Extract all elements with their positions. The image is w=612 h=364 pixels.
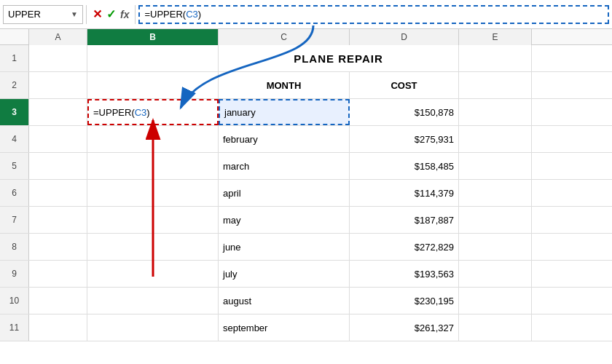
cell-b1[interactable] xyxy=(87,45,219,71)
cell-a3[interactable] xyxy=(29,99,87,125)
cell-a8[interactable] xyxy=(29,234,87,260)
cell-a6[interactable] xyxy=(29,180,87,206)
cell-e6[interactable] xyxy=(459,180,532,206)
cell-e5[interactable] xyxy=(459,153,532,179)
row-5: 5 march $158,485 xyxy=(0,153,612,180)
row-2: 2 MONTH COST xyxy=(0,72,612,99)
col-header-a[interactable]: A xyxy=(29,29,87,45)
row-num-4: 4 xyxy=(0,126,29,152)
formula-ref: C3 xyxy=(186,9,198,20)
formula-text: =UPPER( xyxy=(144,9,186,20)
cell-c2[interactable]: MONTH xyxy=(219,72,350,98)
name-box[interactable]: UPPER ▼ xyxy=(3,5,83,24)
cell-b2[interactable] xyxy=(87,72,219,98)
cell-e10[interactable] xyxy=(459,288,532,314)
row-num-3: 3 xyxy=(0,99,29,125)
col-header-b[interactable]: B xyxy=(87,29,219,45)
cell-b4[interactable] xyxy=(87,126,219,152)
row-num-9: 9 xyxy=(0,261,29,287)
cell-a1[interactable] xyxy=(29,45,87,71)
row-num-5: 5 xyxy=(0,153,29,179)
cell-e3[interactable] xyxy=(459,99,532,125)
cell-d3[interactable]: $150,878 xyxy=(350,99,459,125)
cell-e4[interactable] xyxy=(459,126,532,152)
col-header-e[interactable]: E xyxy=(459,29,532,45)
cell-d7[interactable]: $187,887 xyxy=(350,207,459,233)
cell-b5[interactable] xyxy=(87,153,219,179)
cell-b11[interactable] xyxy=(87,314,219,341)
cell-c11[interactable]: september xyxy=(219,314,350,341)
cell-a9[interactable] xyxy=(29,261,87,287)
cell-c3[interactable]: january xyxy=(219,99,350,125)
cell-b7[interactable] xyxy=(87,207,219,233)
cell-c9[interactable]: july xyxy=(219,261,350,287)
cell-a4[interactable] xyxy=(29,126,87,152)
cell-b8[interactable] xyxy=(87,234,219,260)
cell-e11[interactable] xyxy=(459,314,532,341)
row-num-8: 8 xyxy=(0,234,29,260)
row-num-6: 6 xyxy=(0,180,29,206)
row-num-7: 7 xyxy=(0,207,29,233)
cell-d11[interactable]: $261,327 xyxy=(350,314,459,341)
cell-e1[interactable] xyxy=(459,45,532,71)
cell-d10[interactable]: $230,195 xyxy=(350,288,459,314)
cell-d2[interactable]: COST xyxy=(350,72,459,98)
rows-area: 1 PLANE REPAIR 2 MONTH COST 3 =UPPER(C3) xyxy=(0,45,612,364)
cell-e8[interactable] xyxy=(459,234,532,260)
cell-e9[interactable] xyxy=(459,261,532,287)
row-6: 6 april $114,379 xyxy=(0,180,612,207)
col-header-d[interactable]: D xyxy=(350,29,459,45)
formula-input[interactable]: =UPPER(C3) xyxy=(138,5,609,24)
formula-bar-divider xyxy=(86,5,87,24)
cell-a7[interactable] xyxy=(29,207,87,233)
row-num-2: 2 xyxy=(0,72,29,98)
cell-e7[interactable] xyxy=(459,207,532,233)
row-9: 9 july $193,563 xyxy=(0,261,612,288)
formula-bar: UPPER ▼ ✕ ✓ fx =UPPER(C3) xyxy=(0,0,612,29)
row-num-1: 1 xyxy=(0,45,29,71)
row-11: 11 september $261,327 xyxy=(0,314,612,341)
cell-b6[interactable] xyxy=(87,180,219,206)
formula-bar-divider2 xyxy=(135,5,136,24)
cell-e2[interactable] xyxy=(459,72,532,98)
cell-c8[interactable]: june xyxy=(219,234,350,260)
row-4: 4 february $275,931 xyxy=(0,126,612,153)
cell-a5[interactable] xyxy=(29,153,87,179)
cell-b10[interactable] xyxy=(87,288,219,314)
cell-c1-title[interactable]: PLANE REPAIR xyxy=(219,45,459,71)
name-box-dropdown-icon[interactable]: ▼ xyxy=(71,10,78,18)
row-10: 10 august $230,195 xyxy=(0,288,612,314)
cell-d4[interactable]: $275,931 xyxy=(350,126,459,152)
cell-b3[interactable]: =UPPER(C3) xyxy=(87,99,219,125)
cell-c10[interactable]: august xyxy=(219,288,350,314)
cell-b9[interactable] xyxy=(87,261,219,287)
function-icon[interactable]: fx xyxy=(120,9,129,20)
cell-c5[interactable]: march xyxy=(219,153,350,179)
cell-c7[interactable]: may xyxy=(219,207,350,233)
cell-a2[interactable] xyxy=(29,72,87,98)
cell-a10[interactable] xyxy=(29,288,87,314)
confirm-icon[interactable]: ✓ xyxy=(106,7,116,21)
cancel-icon[interactable]: ✕ xyxy=(93,7,102,21)
name-box-text: UPPER xyxy=(8,9,71,20)
header-spacer xyxy=(0,29,29,44)
formula-bar-icons: ✕ ✓ fx xyxy=(93,7,129,21)
row-3: 3 =UPPER(C3) january $150,878 xyxy=(0,99,612,126)
cell-d5[interactable]: $158,485 xyxy=(350,153,459,179)
row-num-10: 10 xyxy=(0,288,29,314)
cell-d8[interactable]: $272,829 xyxy=(350,234,459,260)
column-headers: A B C D E xyxy=(0,29,612,45)
spreadsheet: A B C D E 1 PLANE REPAIR 2 MONTH COST xyxy=(0,29,612,364)
row-7: 7 may $187,887 xyxy=(0,207,612,234)
cell-c4[interactable]: february xyxy=(219,126,350,152)
cell-d6[interactable]: $114,379 xyxy=(350,180,459,206)
row-num-11: 11 xyxy=(0,314,29,341)
cell-c6[interactable]: april xyxy=(219,180,350,206)
cell-d9[interactable]: $193,563 xyxy=(350,261,459,287)
row-8: 8 june $272,829 xyxy=(0,234,612,261)
col-header-c[interactable]: C xyxy=(219,29,350,45)
formula-close: ) xyxy=(198,9,201,20)
row-1: 1 PLANE REPAIR xyxy=(0,45,612,72)
cell-a11[interactable] xyxy=(29,314,87,341)
